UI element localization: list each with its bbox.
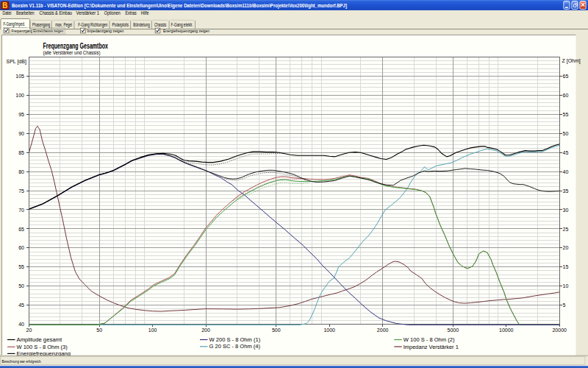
svg-text:Optionen: Optionen: [104, 10, 121, 16]
svg-text:50: 50: [96, 328, 102, 333]
svg-text:Chassis & Einbau: Chassis & Einbau: [40, 10, 73, 15]
svg-text:20000: 20000: [552, 328, 567, 333]
svg-text:85: 85: [18, 150, 24, 155]
svg-text:30: 30: [563, 208, 569, 213]
svg-text:100: 100: [15, 93, 24, 98]
svg-text:80: 80: [18, 169, 24, 174]
svg-text:Datei: Datei: [2, 10, 11, 15]
svg-text:5: 5: [563, 302, 566, 308]
svg-text:105: 105: [15, 74, 24, 79]
svg-text:Frequenzgang Einzelchassis zei: Frequenzgang Einzelchassis zeigen: [12, 28, 64, 33]
svg-text:50: 50: [563, 131, 569, 136]
svg-text:55: 55: [563, 112, 569, 117]
svg-text:W 100 S - 8 Ohm (2): W 100 S - 8 Ohm (2): [404, 337, 455, 343]
svg-text:40: 40: [563, 169, 569, 174]
svg-text:20: 20: [563, 245, 569, 250]
svg-text:55: 55: [18, 264, 24, 269]
svg-text:Bündelung: Bündelung: [133, 22, 150, 28]
svg-text:45: 45: [563, 150, 569, 155]
svg-text:Impedanzgang zeigen: Impedanzgang zeigen: [87, 28, 123, 33]
svg-text:Impedanz Verstärker 1: Impedanz Verstärker 1: [404, 344, 459, 350]
svg-text:B: B: [2, 1, 7, 10]
svg-text:10: 10: [563, 283, 569, 289]
svg-text:45: 45: [18, 302, 24, 308]
svg-text:95: 95: [18, 112, 24, 117]
svg-text:Berechnung war erfolgreich.: Berechnung war erfolgreich.: [2, 358, 42, 364]
svg-text:10000: 10000: [499, 328, 514, 333]
svg-text:W 200 S - 8 Ohm (1): W 200 S - 8 Ohm (1): [209, 337, 261, 343]
svg-text:G 20 SC - 8 Ohm (4): G 20 SC - 8 Ohm (4): [209, 344, 261, 350]
svg-text:5000: 5000: [448, 328, 459, 333]
svg-text:F-Gang Richtungen: F-Gang Richtungen: [78, 22, 107, 28]
svg-text:Energiefrequenzgang zeigen: Energiefrequenzgang zeigen: [163, 28, 209, 33]
svg-text:Phasengang: Phasengang: [32, 22, 51, 28]
svg-text:Extras: Extras: [125, 10, 136, 15]
svg-text:90: 90: [18, 131, 24, 136]
svg-text:60: 60: [563, 93, 569, 98]
svg-text:35: 35: [563, 188, 569, 194]
svg-text:Frequenzgang Gesamtbox: Frequenzgang Gesamtbox: [43, 41, 109, 50]
svg-text:25: 25: [563, 227, 569, 232]
svg-text:max. Pegel: max. Pegel: [55, 22, 72, 28]
svg-text:Chassis: Chassis: [154, 22, 166, 27]
svg-text:Boxsim V1.11b - VISATON-Edit: Boxsim V1.11b - VISATON-Edition [C:\Doku…: [12, 2, 347, 9]
svg-text:W 100 S - 8 Ohm (3): W 100 S - 8 Ohm (3): [17, 344, 68, 350]
svg-text:SPL [dB]: SPL [dB]: [7, 59, 26, 65]
svg-text:(alle Verstärker und Chassis): (alle Verstärker und Chassis): [43, 50, 101, 56]
svg-text:50: 50: [18, 283, 24, 289]
svg-text:Bearbeiten: Bearbeiten: [16, 10, 35, 15]
svg-text:Hilfe: Hilfe: [141, 10, 149, 15]
svg-text:1000: 1000: [323, 328, 335, 333]
svg-text:15: 15: [563, 264, 569, 269]
svg-text:75: 75: [18, 188, 24, 194]
svg-text:20: 20: [26, 328, 32, 333]
svg-text:Verstärker 1: Verstärker 1: [76, 10, 100, 15]
svg-text:40: 40: [18, 322, 24, 327]
svg-text:100: 100: [148, 328, 157, 333]
svg-text:65: 65: [563, 74, 569, 79]
svg-text:70: 70: [18, 208, 24, 213]
svg-text:F-Gang/Imped.: F-Gang/Imped.: [3, 21, 25, 27]
svg-text:2000: 2000: [377, 328, 389, 333]
svg-text:Amplitude gesamt: Amplitude gesamt: [17, 337, 62, 343]
svg-text:F-Gang elektr.: F-Gang elektr.: [171, 22, 193, 28]
svg-text:Polarplots: Polarplots: [112, 22, 129, 28]
svg-text:500: 500: [272, 328, 281, 333]
svg-text:200: 200: [201, 328, 210, 333]
svg-text:60: 60: [18, 245, 24, 250]
svg-text:Z [Ohm]: Z [Ohm]: [562, 58, 581, 64]
svg-text:65: 65: [18, 227, 24, 232]
